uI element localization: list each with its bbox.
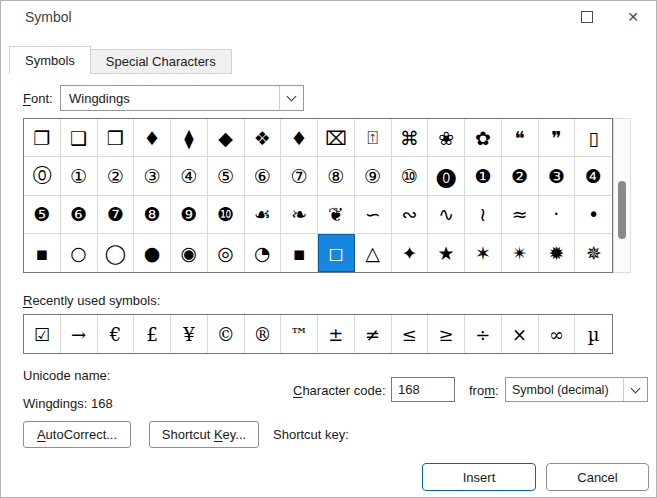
symbol-cell[interactable]: ⑦ (281, 157, 318, 195)
symbol-cell[interactable]: ❦ (318, 196, 355, 234)
recent-symbol-cell[interactable]: ≠ (355, 315, 392, 353)
symbol-cell[interactable]: ◔ (245, 234, 282, 272)
recent-symbol-cell[interactable]: € (98, 315, 135, 353)
tab-special-characters[interactable]: Special Characters (91, 49, 232, 74)
symbol-cell[interactable]: ♦ (134, 119, 171, 157)
symbol-cell[interactable]: ❹ (575, 157, 612, 195)
symbol-cell[interactable]: ▪ (281, 234, 318, 272)
symbol-cell[interactable]: ◆ (208, 119, 245, 157)
recent-symbol-cell[interactable]: ☑ (24, 315, 61, 353)
from-label: from: (469, 383, 499, 398)
recent-symbol-cell[interactable]: ® (245, 315, 282, 353)
symbol-cell[interactable]: ⑩ (392, 157, 429, 195)
symbol-cell[interactable]: ⑤ (208, 157, 245, 195)
recent-symbol-cell[interactable]: ≤ (392, 315, 429, 353)
symbol-cell[interactable]: ⓪ (24, 157, 61, 195)
close-button[interactable]: ✕ (610, 1, 656, 33)
font-combobox[interactable]: Wingdings (60, 85, 304, 111)
symbol-cell[interactable]: ★ (428, 234, 465, 272)
symbol-cell[interactable]: ◉ (171, 234, 208, 272)
symbol-cell[interactable]: ◯ (98, 234, 135, 272)
insert-button[interactable]: Insert (422, 463, 536, 491)
symbol-cell[interactable]: ① (61, 157, 98, 195)
recent-symbol-cell[interactable]: ÷ (465, 315, 502, 353)
recent-symbol-cell[interactable]: © (208, 315, 245, 353)
symbol-cell[interactable]: ⑥ (245, 157, 282, 195)
from-combobox[interactable]: Symbol (decimal) (505, 377, 648, 402)
symbol-cell[interactable]: ② (98, 157, 135, 195)
symbol-cell[interactable]: ④ (171, 157, 208, 195)
character-code-input[interactable] (391, 377, 455, 402)
symbol-cell[interactable]: ✹ (539, 234, 576, 272)
symbol-cell[interactable]: ❼ (98, 196, 135, 234)
symbol-cell[interactable]: ✦ (392, 234, 429, 272)
symbol-cell[interactable]: ⑧ (318, 157, 355, 195)
cancel-button[interactable]: Cancel (546, 463, 649, 491)
symbol-cell[interactable]: ≈ (502, 196, 539, 234)
symbol-cell[interactable]: ❝ (502, 119, 539, 157)
symbol-cell[interactable]: ❷ (502, 157, 539, 195)
symbol-cell[interactable]: ∾ (392, 196, 429, 234)
recent-symbol-cell[interactable]: £ (134, 315, 171, 353)
symbol-cell[interactable]: ⧫ (171, 119, 208, 157)
recent-symbol-cell[interactable]: ≥ (428, 315, 465, 353)
symbol-cell[interactable]: ❧ (281, 196, 318, 234)
symbol-cell[interactable]: ✿ (465, 119, 502, 157)
symbol-cell[interactable]: ▯ (575, 119, 612, 157)
symbol-cell[interactable]: ☙ (245, 196, 282, 234)
recent-symbol-cell[interactable]: µ (575, 315, 612, 353)
symbol-cell[interactable]: ⌘ (392, 119, 429, 157)
symbol-cell[interactable]: ∿ (428, 196, 465, 234)
symbol-cell[interactable]: ✴ (502, 234, 539, 272)
symbol-cell[interactable]: ● (134, 234, 171, 272)
grid-scrollbar[interactable] (613, 118, 631, 273)
symbol-cell[interactable]: ❞ (539, 119, 576, 157)
shortcut-key-button[interactable]: Shortcut Key... (149, 421, 259, 448)
tab-symbols[interactable]: Symbols (9, 46, 91, 74)
symbol-cell[interactable]: ❾ (171, 196, 208, 234)
symbol-cell[interactable]: ▪ (24, 234, 61, 272)
symbol-cell[interactable]: • (575, 196, 612, 234)
symbol-cell[interactable]: ❶ (465, 157, 502, 195)
symbol-cell[interactable]: ⍐ (355, 119, 392, 157)
recent-symbol-cell[interactable]: → (61, 315, 98, 353)
symbol-cell[interactable]: ◎ (208, 234, 245, 272)
symbol-cell[interactable]: ❖ (245, 119, 282, 157)
symbol-cell[interactable]: ❿ (208, 196, 245, 234)
recent-symbol-cell[interactable]: × (502, 315, 539, 353)
unicode-name-value: Wingdings: 168 (23, 396, 113, 411)
symbol-cell[interactable]: ❀ (428, 119, 465, 157)
symbol-cell[interactable]: ❑ (61, 119, 98, 157)
recent-symbol-cell[interactable]: ± (318, 315, 355, 353)
dialog-title: Symbol (25, 9, 72, 25)
maximize-button[interactable] (564, 1, 610, 33)
symbol-cell[interactable]: ③ (134, 157, 171, 195)
recently-used-label: Recently used symbols: (23, 293, 160, 308)
recent-symbol-cell[interactable]: ∞ (539, 315, 576, 353)
symbol-cell[interactable]: ❺ (24, 196, 61, 234)
symbol-cell[interactable]: ≀ (465, 196, 502, 234)
symbol-cell[interactable]: △ (355, 234, 392, 272)
symbol-cell[interactable]: ⓿ (428, 157, 465, 195)
recent-symbol-cell[interactable]: ™ (281, 315, 318, 353)
symbol-cell[interactable]: · (539, 196, 576, 234)
symbol-cell[interactable]: ✵ (575, 234, 612, 272)
symbol-cell[interactable]: ✶ (465, 234, 502, 272)
recent-symbol-cell[interactable]: ¥ (171, 315, 208, 353)
symbol-cell[interactable]: ♦ (281, 119, 318, 157)
symbol-cell[interactable]: ❻ (61, 196, 98, 234)
scrollbar-thumb[interactable] (618, 181, 626, 239)
symbol-cell[interactable]: ❽ (134, 196, 171, 234)
symbol-cell[interactable]: ❐ (24, 119, 61, 157)
symbol-cell[interactable]: ◻ (318, 234, 355, 272)
symbol-grid: ❐❑❒♦⧫◆❖♦⌧⍐⌘❀✿❝❞▯⓪①②③④⑤⑥⑦⑧⑨⑩⓿❶❷❸❹❺❻❼❽❾❿☙❧… (23, 118, 613, 273)
symbol-cell[interactable]: ❒ (98, 119, 135, 157)
symbol-cell[interactable]: ⌧ (318, 119, 355, 157)
symbol-cell[interactable]: ❸ (539, 157, 576, 195)
autocorrect-button[interactable]: AutoCorrect... (23, 421, 131, 448)
symbol-cell[interactable]: ∽ (355, 196, 392, 234)
symbol-cell[interactable]: ○ (61, 234, 98, 272)
font-dropdown-button[interactable] (279, 86, 303, 110)
from-dropdown-button[interactable] (623, 378, 647, 401)
symbol-cell[interactable]: ⑨ (355, 157, 392, 195)
